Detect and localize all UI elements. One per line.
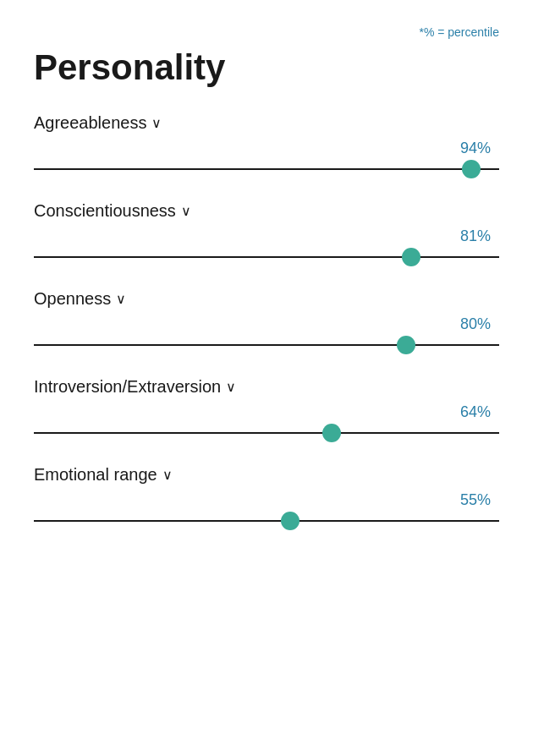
slider-track-container-openness[interactable] (34, 337, 499, 353)
trait-label-emotional-range: Emotional range (34, 465, 157, 485)
trait-label-agreeableness: Agreeableness (34, 113, 146, 133)
trait-header-emotional-range[interactable]: Emotional range∨ (34, 465, 499, 485)
trait-score-emotional-range: 55% (34, 491, 499, 509)
slider-thumb-emotional-range[interactable] (281, 512, 299, 530)
trait-score-conscientiousness: 81% (34, 227, 499, 245)
chevron-down-icon-introversion-extraversion: ∨ (226, 379, 236, 395)
trait-score-introversion-extraversion: 64% (34, 403, 499, 421)
chevron-down-icon-agreeableness: ∨ (151, 115, 162, 131)
trait-header-conscientiousness[interactable]: Conscientiousness∨ (34, 201, 499, 221)
trait-section-openness: Openness∨80% (34, 289, 499, 353)
slider-track-container-agreeableness[interactable] (34, 161, 499, 178)
trait-label-introversion-extraversion: Introversion/Extraversion (34, 377, 221, 397)
trait-score-agreeableness: 94% (34, 140, 499, 157)
percentile-note: *% = percentile (34, 25, 499, 39)
slider-thumb-openness[interactable] (397, 336, 415, 354)
trait-header-introversion-extraversion[interactable]: Introversion/Extraversion∨ (34, 377, 499, 397)
slider-track-introversion-extraversion (34, 432, 499, 434)
slider-thumb-agreeableness[interactable] (462, 160, 481, 178)
slider-track-container-emotional-range[interactable] (34, 512, 499, 529)
chevron-down-icon-emotional-range: ∨ (162, 467, 173, 483)
slider-track-openness (34, 344, 499, 346)
chevron-down-icon-conscientiousness: ∨ (181, 203, 191, 219)
trait-section-emotional-range: Emotional range∨55% (34, 465, 499, 529)
trait-section-introversion-extraversion: Introversion/Extraversion∨64% (34, 377, 499, 441)
slider-track-container-introversion-extraversion[interactable] (34, 425, 499, 441)
trait-score-openness: 80% (34, 315, 499, 333)
slider-thumb-introversion-extraversion[interactable] (322, 424, 341, 442)
trait-label-conscientiousness: Conscientiousness (34, 201, 176, 221)
trait-section-agreeableness: Agreeableness∨94% (34, 113, 499, 178)
trait-section-conscientiousness: Conscientiousness∨81% (34, 201, 499, 266)
page-title: Personality (34, 47, 499, 88)
slider-track-emotional-range (34, 520, 499, 522)
trait-header-openness[interactable]: Openness∨ (34, 289, 499, 309)
slider-track-agreeableness (34, 168, 499, 170)
trait-header-agreeableness[interactable]: Agreeableness∨ (34, 113, 499, 133)
trait-label-openness: Openness (34, 289, 111, 309)
slider-track-conscientiousness (34, 256, 499, 258)
chevron-down-icon-openness: ∨ (116, 291, 126, 307)
slider-track-container-conscientiousness[interactable] (34, 249, 499, 266)
slider-thumb-conscientiousness[interactable] (402, 248, 420, 266)
traits-container: Agreeableness∨94%Conscientiousness∨81%Op… (34, 113, 499, 529)
